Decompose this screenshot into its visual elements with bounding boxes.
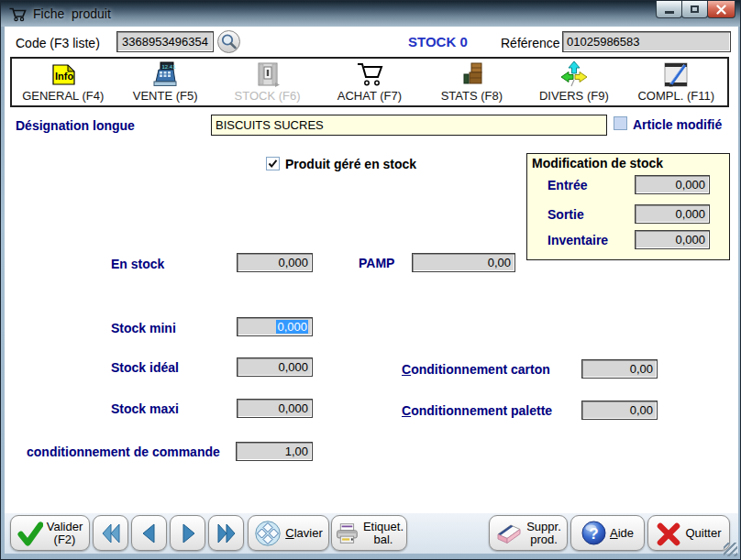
titlebar[interactable]: Fiche produit	[1, 1, 740, 27]
quitter-button[interactable]: Quitter	[647, 515, 730, 551]
tab-general[interactable]: Info GENERAL (F4)	[12, 59, 114, 105]
produit-gere-checkbox[interactable]	[266, 157, 280, 170]
reference-input[interactable]: 01025986583	[562, 31, 731, 52]
search-icon	[219, 32, 238, 51]
fiche-produit-window: Fiche produit Code (F3 liste) 3368953496…	[0, 0, 741, 560]
window-controls	[657, 1, 735, 18]
cash-register-icon: 12.41	[150, 59, 180, 89]
search-button[interactable]	[217, 30, 240, 53]
sortie-input[interactable]: 0,000	[635, 204, 710, 224]
pamp-input[interactable]: 0,00	[412, 253, 515, 272]
tab-achat[interactable]: ACHAT (F7)	[318, 59, 420, 105]
printer-icon	[335, 522, 359, 545]
previous-record-button[interactable]	[131, 515, 167, 551]
aide-button[interactable]: ? Aide	[570, 515, 645, 551]
tab-stats[interactable]: STATS (F8)	[421, 59, 523, 105]
check-icon	[268, 159, 278, 169]
stock-indicator: STOCK 0	[408, 34, 468, 49]
tab-divers[interactable]: DIVERS (F9)	[523, 59, 625, 105]
window-title: Fiche produit	[33, 6, 111, 21]
shopping-cart-icon	[354, 59, 385, 89]
article-modifie-label: Article modifié	[633, 117, 722, 132]
valider-button[interactable]: Valider(F2)	[10, 515, 90, 551]
pen-document-icon	[661, 59, 691, 89]
first-record-button[interactable]	[93, 515, 128, 551]
tab-compl[interactable]: COMPL. (F11)	[625, 59, 727, 105]
maximize-button[interactable]	[681, 1, 708, 18]
next-record-button[interactable]	[170, 515, 205, 551]
svg-text:12.41: 12.41	[162, 63, 177, 69]
supprimer-produit-button[interactable]: Suppr.prod.	[489, 515, 568, 551]
minimize-button[interactable]	[656, 1, 682, 18]
code-label: Code (F3 liste)	[16, 36, 100, 50]
close-button[interactable]	[707, 1, 735, 18]
resize-grip[interactable]	[724, 543, 737, 556]
clavier-button[interactable]: Clavier	[248, 515, 329, 551]
code-input[interactable]: 3368953496354	[116, 31, 214, 52]
en-stock-input[interactable]: 0,000	[237, 253, 313, 272]
stock-ideal-input[interactable]: 0,000	[237, 357, 313, 377]
maximize-icon	[691, 5, 699, 13]
stock-mini-input[interactable]: 0,000	[237, 317, 313, 336]
modification-stock-title: Modification de stock	[532, 156, 663, 170]
cond-carton-input[interactable]: 0,00	[581, 359, 658, 379]
green-check-icon	[17, 521, 43, 546]
double-right-arrow-icon	[216, 522, 238, 544]
keyboard-keys-icon	[254, 520, 282, 547]
cond-palette-input[interactable]: 0,00	[581, 401, 658, 420]
cond-commande-input[interactable]: 1,00	[236, 442, 313, 461]
left-arrow-icon	[138, 522, 160, 544]
cond-palette-label: Conditionnement palette	[402, 403, 552, 418]
crates-icon	[457, 59, 486, 89]
entree-input[interactable]: 0,000	[635, 175, 710, 194]
colored-arrows-icon	[559, 59, 590, 89]
entree-label: Entrée	[547, 178, 588, 192]
warehouse-icon	[253, 59, 282, 89]
etiquette-balance-button[interactable]: Etiquet.bal.	[331, 515, 407, 551]
tab-stock[interactable]: STOCK (F6)	[216, 59, 318, 105]
eraser-icon	[495, 522, 523, 545]
stock-ideal-label: Stock idéal	[111, 360, 179, 375]
red-x-icon	[656, 521, 681, 546]
last-record-button[interactable]	[208, 515, 244, 551]
inventaire-input[interactable]: 0,000	[635, 230, 710, 249]
designation-input[interactable]: BISCUITS SUCRES	[211, 115, 607, 136]
pamp-label: PAMP	[359, 256, 394, 270]
help-question-icon: ?	[581, 521, 606, 545]
tab-vente[interactable]: 12.41 VENTE (F5)	[114, 59, 216, 105]
stock-maxi-input[interactable]: 0,000	[237, 399, 313, 418]
designation-label: Désignation longue	[16, 118, 135, 133]
right-arrow-icon	[177, 522, 199, 544]
sortie-label: Sortie	[547, 207, 584, 222]
tab-bar: Info GENERAL (F4) 12.41 VENTE (F5)	[10, 57, 729, 107]
inventaire-label: Inventaire	[547, 233, 608, 247]
svg-text:?: ?	[589, 525, 598, 543]
minimize-icon	[665, 11, 674, 14]
modification-stock-panel: Modification de stock Entrée 0,000 Sorti…	[526, 153, 730, 260]
cond-carton-label: Conditionnement carton	[402, 362, 550, 377]
en-stock-label: En stock	[111, 257, 164, 271]
info-note-icon: Info	[50, 59, 77, 89]
article-modifie-checkbox[interactable]	[614, 116, 627, 130]
stock-maxi-label: Stock maxi	[111, 401, 179, 416]
reference-label: Référence	[501, 36, 560, 50]
produit-gere-label: Produit géré en stock	[285, 157, 416, 171]
window-cart-icon	[8, 6, 27, 22]
double-left-arrow-icon	[100, 522, 122, 544]
stock-mini-label: Stock mini	[111, 321, 176, 335]
cond-commande-label: conditionnement de commande	[27, 445, 220, 459]
close-icon	[716, 5, 726, 15]
svg-text:Info: Info	[55, 71, 73, 82]
